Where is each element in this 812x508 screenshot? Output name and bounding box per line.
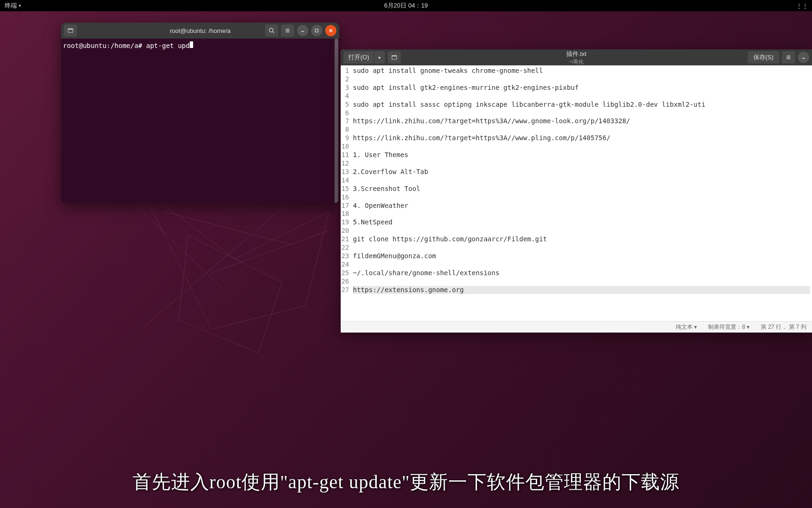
minimize-icon: [300, 28, 305, 33]
new-tab-icon: [391, 54, 398, 61]
terminal-titlebar[interactable]: root@ubuntu: /home/a: [61, 23, 339, 39]
save-button[interactable]: 保存(S): [748, 51, 779, 64]
video-subtitle: 首先进入root使用"apt-get update"更新一下软件包管理器的下载源: [0, 469, 812, 495]
editor-title: 插件.txt ~/美化: [566, 50, 586, 65]
editor-line[interactable]: 3.Screenshot Tool: [353, 185, 810, 193]
editor-statusbar: 纯文本 ▾ 制表符宽度：8 ▾ 第 27 行， 第 7 列: [341, 321, 812, 333]
editor-menu-button[interactable]: [782, 51, 795, 64]
topbar-status-area[interactable]: ⋮⋮: [796, 2, 808, 9]
terminal-scrollbar[interactable]: [335, 39, 338, 203]
svg-rect-12: [392, 56, 397, 56]
minimize-icon: [801, 55, 806, 60]
new-tab-icon: [67, 27, 74, 34]
editor-line[interactable]: [353, 109, 810, 118]
editor-line[interactable]: 4. OpenWeather: [353, 202, 810, 210]
editor-line[interactable]: ~/.local/share/gnome-shell/extensions: [353, 269, 810, 278]
editor-gutter: 1234567891011121314151617181920212223242…: [341, 65, 350, 321]
terminal-title: root@ubuntu: /home/a: [170, 27, 231, 34]
status-tab-width[interactable]: 制表符宽度：8 ▾: [708, 323, 750, 331]
editor-line[interactable]: 1. User Themes: [353, 151, 810, 159]
system-topbar: 终端 ▾ 6月20日 04：19 ⋮⋮: [0, 0, 812, 11]
editor-line[interactable]: [353, 261, 810, 269]
new-tab-button[interactable]: [64, 24, 77, 37]
editor-line[interactable]: https://link.zhihu.com/?target=https%3A/…: [353, 117, 810, 126]
chevron-down-icon: ▾: [19, 3, 21, 8]
editor-line[interactable]: [353, 143, 810, 151]
editor-line[interactable]: 5.NetSpeed: [353, 218, 810, 227]
editor-line[interactable]: git clone https://github.com/gonzaarcr/F…: [353, 235, 810, 244]
terminal-prompt: root@ubuntu:/home/a#: [63, 41, 146, 200]
new-document-button[interactable]: [388, 51, 401, 64]
editor-line[interactable]: [353, 210, 810, 218]
editor-line[interactable]: 2.Coverflow Alt-Tab: [353, 168, 810, 176]
hamburger-icon: [284, 27, 291, 34]
search-icon: [268, 27, 275, 34]
close-button[interactable]: [325, 25, 336, 36]
editor-line[interactable]: sudo apt install gtk2-engines-murrine gt…: [353, 84, 810, 92]
editor-line[interactable]: [353, 159, 810, 168]
editor-line[interactable]: [353, 193, 810, 202]
terminal-cursor: [190, 41, 193, 48]
status-icons: ⋮⋮: [796, 2, 808, 9]
open-button[interactable]: 打开(O): [344, 51, 375, 64]
status-mode[interactable]: 纯文本 ▾: [676, 323, 697, 331]
menu-button[interactable]: [281, 24, 294, 37]
editor-content[interactable]: sudo apt install gnome-tweaks chrome-gno…: [350, 65, 812, 321]
editor-line[interactable]: https://extensions.gnome.org: [353, 286, 810, 294]
terminal-body[interactable]: root@ubuntu:/home/a# apt-get upd: [61, 39, 339, 203]
svg-line-3: [273, 32, 274, 33]
text-editor-window: 打开(O) ▾ 插件.txt ~/美化 保存(S) 12345678910111…: [341, 49, 812, 333]
editor-line[interactable]: sudo apt install gnome-tweaks chrome-gno…: [353, 67, 810, 75]
topbar-datetime[interactable]: 6月20日 04：19: [384, 1, 428, 10]
maximize-button[interactable]: [311, 25, 322, 36]
editor-minimize-button[interactable]: [798, 52, 809, 63]
close-icon: [328, 28, 334, 33]
open-dropdown-button[interactable]: ▾: [375, 51, 385, 64]
minimize-button[interactable]: [297, 25, 308, 36]
editor-body[interactable]: 1234567891011121314151617181920212223242…: [341, 65, 812, 321]
svg-rect-8: [315, 29, 318, 32]
editor-line[interactable]: https://link.zhihu.com/?target=https%3A/…: [353, 134, 810, 143]
editor-titlebar[interactable]: 打开(O) ▾ 插件.txt ~/美化 保存(S): [341, 49, 812, 65]
app-label: 终端: [5, 1, 17, 10]
editor-line[interactable]: [353, 126, 810, 134]
svg-point-2: [269, 28, 273, 32]
editor-line[interactable]: [353, 244, 810, 252]
editor-line[interactable]: [353, 75, 810, 84]
editor-line[interactable]: sudo apt install sassc optipng inkscape …: [353, 101, 810, 109]
search-button[interactable]: [265, 24, 278, 37]
hamburger-icon: [785, 54, 792, 61]
editor-line[interactable]: [353, 92, 810, 101]
editor-line[interactable]: fildemGMenu@gonza.com: [353, 252, 810, 261]
editor-filepath: ~/美化: [566, 58, 586, 65]
terminal-window: root@ubuntu: /home/a root@ubuntu:/home/a…: [61, 23, 339, 203]
svg-rect-1: [68, 29, 73, 30]
terminal-command: apt-get upd: [146, 41, 190, 200]
status-position: 第 27 行， 第 7 列: [761, 323, 806, 331]
editor-line[interactable]: [353, 227, 810, 235]
maximize-icon: [314, 28, 320, 33]
topbar-app-indicator[interactable]: 终端 ▾: [0, 1, 26, 10]
editor-line[interactable]: [353, 278, 810, 286]
editor-filename: 插件.txt: [566, 50, 586, 58]
editor-line[interactable]: [353, 176, 810, 185]
